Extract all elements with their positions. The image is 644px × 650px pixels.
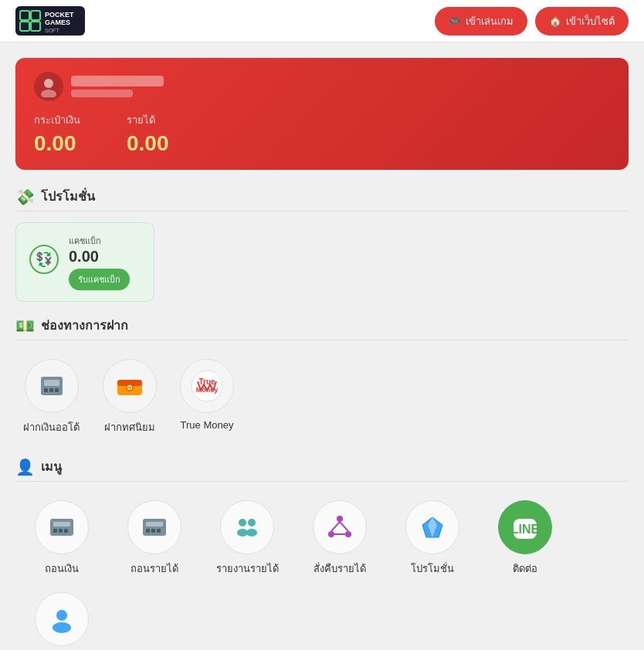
website-button-label: เข้าเว็บไซต์ <box>566 13 615 29</box>
svg-text:True: True <box>198 377 215 386</box>
website-button[interactable]: 🏠 เข้าเว็บไซต์ <box>535 7 629 36</box>
promo-section-header: 💸 โปรโมชั่น <box>15 187 629 212</box>
menu-section-header: 👤 เมนู <box>15 457 629 482</box>
logo-area: POCKET GAMES SOFT <box>15 6 85 36</box>
menu-promotion-item[interactable]: โปรโมชั่น <box>394 500 471 577</box>
userid-bar <box>71 90 133 97</box>
cashback-card: 💱 แคชแบ็ก 0.00 รับแคชแบ็ก <box>15 222 154 302</box>
svg-rect-24 <box>50 519 73 536</box>
svg-line-41 <box>331 522 340 531</box>
menu-withdraw-label: ถอนเงิน <box>45 560 79 577</box>
svg-rect-30 <box>146 522 163 526</box>
svg-rect-32 <box>151 529 155 533</box>
menu-user-menu-icon <box>35 592 89 646</box>
svg-point-35 <box>237 529 248 537</box>
user-info <box>71 76 164 97</box>
income-label: รายได้ <box>127 112 169 128</box>
promo-cards: 💱 แคชแบ็ก 0.00 รับแคชแบ็ก <box>15 222 629 302</box>
svg-point-39 <box>328 531 334 537</box>
svg-text:LINE: LINE <box>511 523 540 536</box>
svg-rect-13 <box>44 380 59 386</box>
wallet-balance: กระเป๋าเงิน 0.00 <box>34 112 80 156</box>
play-button[interactable]: 🎮 เข้าเล่นเกม <box>435 7 527 36</box>
svg-rect-26 <box>53 529 57 533</box>
deposit-atm-icon <box>25 359 79 413</box>
svg-point-36 <box>248 519 256 526</box>
deposit-truemoney-label: True Money <box>181 419 234 431</box>
cashback-amount: 0.00 <box>69 248 130 266</box>
cashback-info: แคชแบ็ก 0.00 รับแคชแบ็ก <box>69 234 130 290</box>
menu-section-title: เมนู <box>41 457 62 476</box>
main-content: กระเป๋าเงิน 0.00 รายได้ 0.00 💸 โปรโมชั่น… <box>0 42 644 650</box>
svg-point-9 <box>41 90 56 97</box>
income-balance: รายได้ 0.00 <box>127 112 169 156</box>
receive-cashback-button[interactable]: รับแคชแบ็ก <box>69 269 130 290</box>
svg-point-48 <box>56 610 67 621</box>
deposit-section-title: ช่องทางการฝาก <box>41 316 128 335</box>
user-card: กระเป๋าเงิน 0.00 รายได้ 0.00 <box>15 58 629 170</box>
deposit-counter-icon <box>103 359 157 413</box>
header: POCKET GAMES SOFT 🎮 เข้าเล่นเกม 🏠 เข้าเว… <box>0 0 644 42</box>
promo-icon: 💸 <box>15 188 35 206</box>
svg-point-8 <box>44 79 53 88</box>
svg-text:💱: 💱 <box>36 251 53 268</box>
deposit-counter-label: ฝากทศนิยม <box>104 419 155 435</box>
menu-section: 👤 เมนู ถอนเงิน <box>15 457 629 650</box>
menu-withdraw-item[interactable]: ถอนเงิน <box>23 500 100 577</box>
svg-line-42 <box>340 522 348 531</box>
promo-section: 💸 โปรโมชั่น 💱 แคชแบ็ก 0.00 รับแคชแบ็ก <box>15 187 629 302</box>
svg-rect-27 <box>59 529 63 533</box>
deposit-icon: 💵 <box>15 317 35 335</box>
wallet-amount: 0.00 <box>34 131 80 156</box>
deposit-truemoney-item[interactable]: True Money True Money <box>180 359 234 435</box>
menu-promotion-icon <box>405 500 459 554</box>
svg-rect-16 <box>55 388 59 392</box>
svg-point-49 <box>53 622 71 633</box>
menu-icon: 👤 <box>15 458 35 476</box>
svg-point-34 <box>239 519 246 526</box>
menu-withdraw-icon <box>35 500 89 554</box>
svg-point-37 <box>246 529 257 537</box>
deposit-counter-item[interactable]: ฝากทศนิยม <box>103 359 157 435</box>
svg-rect-28 <box>64 529 68 533</box>
play-button-label: เข้าเล่นเกม <box>466 13 514 29</box>
svg-text:SOFT: SOFT <box>45 28 59 33</box>
menu-contact-label: ติดต่อ <box>513 560 537 577</box>
svg-rect-29 <box>143 519 166 536</box>
avatar <box>34 72 63 101</box>
menu-contact-item[interactable]: LINE ติดต่อ <box>486 500 564 577</box>
home-icon: 🏠 <box>549 15 561 27</box>
wallet-label: กระเป๋าเงิน <box>34 112 80 128</box>
menu-claim-income-item[interactable]: สั่งคืบรายได้ <box>301 500 378 577</box>
username-bar <box>71 76 164 86</box>
menu-claim-income-label: สั่งคืบรายได้ <box>314 560 366 577</box>
income-amount: 0.00 <box>127 131 169 156</box>
menu-user-menu-item[interactable]: เมนูผู้ใช้ <box>23 592 100 650</box>
svg-text:GAMES: GAMES <box>45 19 70 26</box>
promo-section-title: โปรโมชั่น <box>41 187 95 206</box>
svg-rect-15 <box>49 388 53 392</box>
deposit-section: 💵 ช่องทางการฝาก ฝากเงินออโต้ <box>15 316 629 443</box>
menu-contact-icon: LINE <box>498 500 552 554</box>
user-card-balances: กระเป๋าเงิน 0.00 รายได้ 0.00 <box>34 112 610 156</box>
deposit-methods: ฝากเงินออโต้ ฝากทศนิยม <box>15 351 629 443</box>
menu-income-report-label: รายงานรายได้ <box>216 560 279 577</box>
deposit-atm-item[interactable]: ฝากเงินออโต้ <box>23 359 80 435</box>
deposit-section-header: 💵 ช่องทางการฝาก <box>15 316 629 340</box>
menu-withdraw-income-icon <box>127 500 181 554</box>
cashback-icon: 💱 <box>29 244 59 280</box>
menu-items: ถอนเงิน ถอนรายได้ <box>15 493 629 650</box>
menu-withdraw-income-item[interactable]: ถอนรายได้ <box>116 500 193 577</box>
menu-income-report-icon <box>220 500 274 554</box>
svg-point-38 <box>337 516 343 522</box>
gamepad-icon: 🎮 <box>449 15 461 27</box>
menu-promotion-label: โปรโมชั่น <box>411 560 454 577</box>
user-card-top <box>34 72 610 101</box>
menu-income-report-item[interactable]: รายงานรายได้ <box>208 500 286 577</box>
svg-rect-14 <box>44 388 48 392</box>
deposit-atm-label: ฝากเงินออโต้ <box>23 419 80 435</box>
deposit-truemoney-icon: True Money <box>180 359 234 413</box>
svg-text:POCKET: POCKET <box>45 11 74 19</box>
svg-point-40 <box>345 531 351 537</box>
svg-rect-31 <box>146 529 150 533</box>
